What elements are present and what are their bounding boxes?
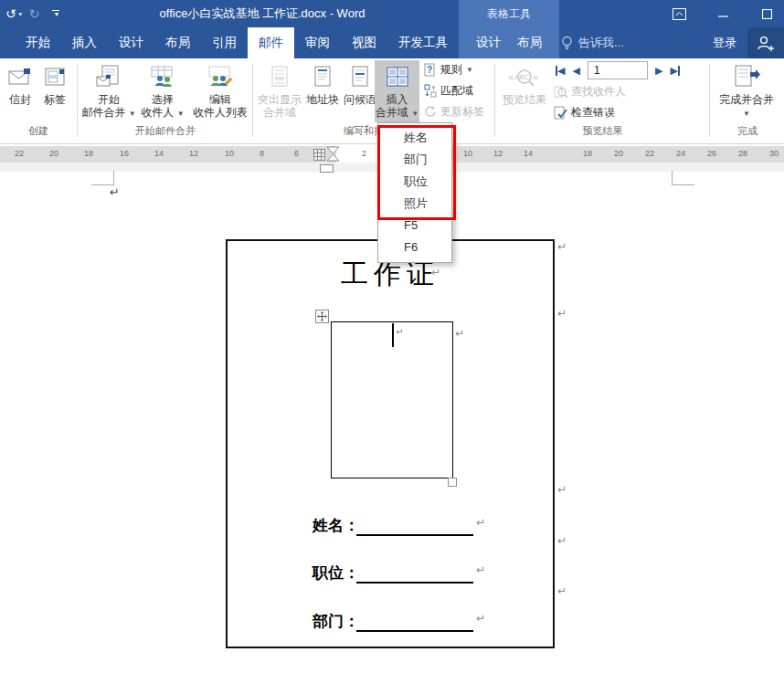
field-label-department: 部门： xyxy=(313,611,359,632)
edit-recipient-list-button[interactable]: 编辑 收件人列表 xyxy=(190,60,250,122)
menu-item-department[interactable]: 部门 xyxy=(378,149,451,171)
find-recipient-icon xyxy=(554,85,567,99)
tell-me-label: 告诉我... xyxy=(578,35,624,51)
labels-button[interactable]: 标签 xyxy=(38,60,71,122)
table-resize-handle[interactable] xyxy=(448,478,457,487)
next-record-button[interactable]: ▶ xyxy=(655,65,662,77)
dropdown-caret-icon: ▼ xyxy=(411,110,418,118)
left-indent-marker[interactable] xyxy=(320,164,334,173)
finish-merge-button[interactable]: 完成并合并 ▼ xyxy=(715,60,779,122)
finish-merge-icon xyxy=(733,60,760,93)
person-plus-icon xyxy=(757,35,775,51)
indent-markers-icon[interactable] xyxy=(326,146,340,163)
minimize-button[interactable] xyxy=(711,0,735,27)
dropdown-caret-icon: ▼ xyxy=(177,110,185,118)
tab-design[interactable]: 设计 xyxy=(108,27,154,58)
match-fields-icon xyxy=(424,84,437,98)
last-record-button[interactable]: ▶ xyxy=(670,65,679,77)
address-block-button[interactable]: 地址块 xyxy=(305,60,340,122)
sign-in-link[interactable]: 登录 xyxy=(713,27,736,58)
ruler-number: 30 xyxy=(769,149,779,158)
labels-icon xyxy=(44,60,66,93)
svg-text:«: « xyxy=(508,71,514,82)
account-button[interactable] xyxy=(747,27,784,58)
svg-text:»: » xyxy=(533,71,538,82)
highlight-merge-fields-button: 突出显示 合并域 xyxy=(256,60,303,122)
ribbon-display-options-button[interactable] xyxy=(667,0,691,27)
greeting-line-icon xyxy=(351,60,369,93)
record-number-input[interactable] xyxy=(588,61,648,79)
select-recipients-button[interactable]: 选择 收件人 ▼ xyxy=(137,60,188,122)
paragraph-mark-icon xyxy=(431,267,440,278)
match-fields-button[interactable]: 匹配域 xyxy=(424,82,473,100)
group-separator xyxy=(77,64,78,137)
start-mail-merge-button[interactable]: 开始 邮件合并 ▼ xyxy=(82,60,135,122)
row-end-mark-icon xyxy=(557,484,567,495)
update-labels-icon xyxy=(424,105,437,119)
paragraph-mark-icon xyxy=(110,187,120,198)
contextual-tabs: 设计 布局 xyxy=(459,27,559,58)
tab-table-layout[interactable]: 布局 xyxy=(509,27,550,58)
dropdown-caret-icon: ▼ xyxy=(743,110,750,118)
group-create: 信封 标签 创建 xyxy=(0,58,77,143)
page-margin-crop-mark xyxy=(672,171,694,185)
menu-item-f6[interactable]: F6 xyxy=(378,237,451,258)
ruler-number: 20 xyxy=(614,149,623,158)
ruler-number: 24 xyxy=(676,149,685,158)
group-separator xyxy=(709,64,710,137)
ruler-number: 28 xyxy=(738,149,747,158)
ruler-number: 12 xyxy=(189,149,198,158)
tab-view[interactable]: 视图 xyxy=(341,27,387,58)
tab-home[interactable]: 开始 xyxy=(15,27,61,58)
group-label-create: 创建 xyxy=(0,124,77,138)
tab-developer[interactable]: 开发工具 xyxy=(387,27,459,58)
tab-mailings[interactable]: 邮件 xyxy=(248,27,294,58)
greeting-line-button[interactable]: 问候语 xyxy=(342,60,378,122)
group-label-finish: 完成 xyxy=(711,124,784,138)
previous-record-button[interactable]: ◀ xyxy=(572,65,579,77)
tab-references[interactable]: 引用 xyxy=(201,27,248,58)
record-navigator: ◀ ◀ ▶ ▶ xyxy=(556,61,680,79)
rules-button[interactable]: ? 规则 ▼ xyxy=(424,61,473,79)
first-record-button[interactable]: ◀ xyxy=(556,65,565,77)
row-end-mark-icon xyxy=(455,328,464,339)
maximize-button[interactable] xyxy=(755,0,779,27)
envelopes-button[interactable]: 信封 xyxy=(4,60,37,122)
ruler-number: 18 xyxy=(84,149,93,158)
ruler-number: 10 xyxy=(463,149,472,158)
table-column-marker-icon[interactable] xyxy=(313,149,325,161)
menu-item-f5[interactable]: F5 xyxy=(378,215,451,237)
tab-layout[interactable]: 布局 xyxy=(154,27,201,58)
svg-text:ABC: ABC xyxy=(514,73,530,81)
menu-item-name[interactable]: 姓名 xyxy=(378,127,451,149)
edit-recipient-list-icon xyxy=(207,60,233,93)
check-errors-button[interactable]: 检查错误 xyxy=(554,104,615,121)
menu-item-position[interactable]: 职位 xyxy=(378,171,451,193)
insert-merge-field-button[interactable]: 插入 合并域 ▼ xyxy=(375,60,419,122)
group-label-start-mail-merge: 开始邮件合并 xyxy=(79,124,252,138)
table-move-handle[interactable] xyxy=(315,310,329,323)
tab-insert[interactable]: 插入 xyxy=(61,27,108,58)
insert-merge-field-icon xyxy=(387,60,408,93)
select-recipients-icon xyxy=(150,60,175,93)
field-label-name: 姓名： xyxy=(313,515,359,536)
ruler-number: 10 xyxy=(225,149,234,158)
ruler-number: 22 xyxy=(15,149,24,158)
group-separator xyxy=(494,64,495,137)
menu-item-photo[interactable]: 照片 xyxy=(378,193,451,215)
title-bar: ↺▼ ↻ ▼ office小白实战基地 工作证.docx - Word 表格工具 xyxy=(0,0,784,27)
group-write-insert-fields: 突出显示 合并域 地址块 问候语 插入 合并域 ▼ xyxy=(254,58,493,143)
ruler-number: 14 xyxy=(524,149,533,158)
highlight-merge-fields-icon xyxy=(270,60,289,93)
page-margin-crop-mark xyxy=(91,171,114,185)
svg-text:?: ? xyxy=(427,65,432,75)
preview-results-icon: «ABC» xyxy=(508,60,541,93)
find-recipient-button: 查找收件人 xyxy=(554,83,626,100)
rules-icon: ? xyxy=(424,63,437,77)
tell-me-box[interactable]: 告诉我... xyxy=(561,27,624,58)
tab-review[interactable]: 审阅 xyxy=(294,27,341,58)
group-label-write-insert: 编写和插入域 xyxy=(254,124,493,138)
tab-table-design[interactable]: 设计 xyxy=(468,27,509,58)
group-preview-results: «ABC» 预览结果 ◀ ◀ ▶ ▶ 查找收件人 检查错误 预览结果 xyxy=(496,58,709,143)
ruler-number: 2 xyxy=(362,149,366,158)
